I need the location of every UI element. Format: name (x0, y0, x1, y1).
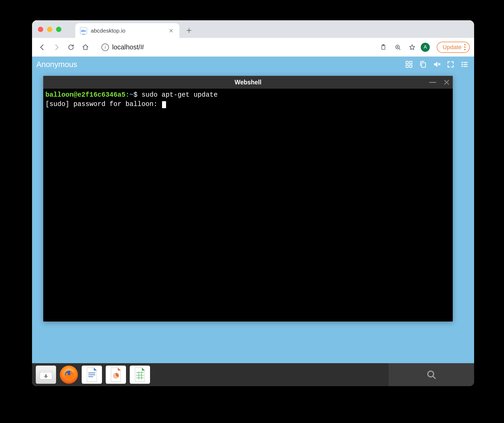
svg-rect-16 (88, 373, 95, 373)
svg-point-12 (462, 66, 463, 67)
fullscreen-icon[interactable] (445, 59, 456, 70)
svg-rect-3 (406, 61, 408, 64)
svg-rect-18 (88, 376, 93, 377)
svg-rect-11 (463, 64, 467, 65)
mute-icon[interactable] (431, 59, 442, 70)
svg-rect-4 (410, 61, 412, 64)
window-traffic-lights (38, 27, 61, 32)
browser-window: abc abcdesktop.io (32, 20, 474, 386)
svg-point-8 (462, 62, 463, 63)
terminal-title: Webshell (235, 79, 262, 86)
forward-button[interactable] (51, 41, 62, 53)
svg-rect-5 (406, 65, 408, 68)
tab-title: abcdesktop.io (91, 28, 165, 34)
reload-button[interactable] (65, 41, 77, 53)
terminal-minimize-button[interactable] (429, 82, 436, 83)
svg-rect-6 (410, 65, 412, 68)
terminal-close-button[interactable] (443, 79, 450, 86)
terminal-line2: [sudo] password for balloon: (45, 100, 162, 108)
clipboard-icon[interactable] (377, 41, 389, 53)
terminal-body[interactable]: balloon@e2f16c6346a5:~$ sudo apt-get upd… (43, 89, 453, 322)
back-button[interactable] (36, 41, 48, 53)
profile-avatar[interactable]: A (421, 43, 430, 52)
terminal-prompt-path: ~ (129, 91, 133, 99)
home-button[interactable] (80, 41, 91, 53)
desktop-area[interactable]: Webshell balloon@e2f16c6346a5:~$ sudo ap… (32, 72, 474, 363)
address-bar[interactable]: i localhost/# (101, 43, 146, 51)
svg-rect-17 (88, 374, 95, 375)
calc-app-icon[interactable] (130, 366, 150, 384)
copy-icon[interactable] (418, 59, 428, 70)
page-username: Anonymous (36, 60, 77, 69)
svg-rect-7 (422, 63, 426, 68)
update-button[interactable]: Update (437, 42, 470, 53)
firefox-app-icon[interactable] (60, 366, 78, 384)
terminal-titlebar[interactable]: Webshell (43, 76, 453, 89)
files-app-icon[interactable] (36, 366, 56, 384)
url-text: localhost/# (112, 43, 144, 51)
impress-app-icon[interactable] (106, 366, 126, 384)
terminal-prompt-sep: : (125, 91, 129, 99)
browser-tab[interactable]: abc abcdesktop.io (75, 23, 179, 38)
terminal-cursor (162, 101, 166, 108)
tab-strip: abc abcdesktop.io (32, 20, 474, 38)
svg-point-10 (462, 64, 463, 65)
terminal-command: sudo apt-get update (141, 91, 218, 99)
svg-rect-13 (463, 66, 467, 67)
grid-icon[interactable] (404, 59, 414, 70)
zoom-icon[interactable] (392, 41, 404, 53)
dock (32, 363, 474, 386)
update-label: Update (443, 44, 462, 51)
terminal-window: Webshell balloon@e2f16c6346a5:~$ sudo ap… (43, 76, 453, 322)
svg-rect-9 (463, 62, 467, 63)
window-minimize-button[interactable] (47, 27, 52, 32)
bookmark-star-icon[interactable] (406, 41, 418, 53)
window-maximize-button[interactable] (56, 27, 61, 32)
menu-icon[interactable] (459, 59, 470, 70)
browser-toolbar: i localhost/# A Update (32, 38, 474, 57)
writer-app-icon[interactable] (82, 366, 102, 384)
site-info-icon[interactable]: i (101, 44, 109, 51)
tab-close-button[interactable] (169, 28, 175, 33)
window-close-button[interactable] (38, 27, 43, 32)
terminal-prompt-symbol: $ (133, 91, 137, 99)
terminal-prompt-user: balloon@e2f16c6346a5 (45, 91, 125, 99)
abcdesktop-page: Anonymous (32, 57, 474, 386)
tab-favicon-icon: abc (80, 27, 87, 34)
page-header: Anonymous (32, 57, 474, 72)
kebab-menu-icon[interactable] (464, 44, 466, 50)
new-tab-button[interactable] (183, 25, 195, 36)
dock-search-button[interactable] (389, 363, 474, 386)
